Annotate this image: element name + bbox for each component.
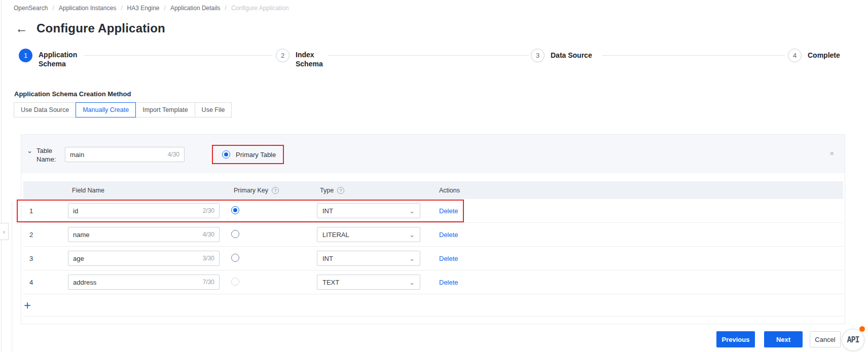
table-schema-panel: ⌄ Table Name: main 4/30 Primary Table × …	[21, 134, 845, 324]
chevron-down-icon: ⌄	[409, 207, 415, 215]
type-select[interactable]: INT ⌄	[317, 251, 420, 266]
step-4-label: Complete	[808, 49, 840, 62]
breadcrumb-configure-application: Configure Application	[231, 5, 288, 12]
type-value: INT	[322, 207, 333, 215]
field-name-value: age	[73, 255, 84, 262]
page-left-border	[1, 0, 2, 352]
back-arrow-icon[interactable]: ←	[15, 22, 28, 35]
page-header: ← Configure Application	[15, 21, 165, 35]
tab-import-template[interactable]: Import Template	[135, 102, 195, 118]
step-application-schema: 1 Application Schema	[19, 49, 87, 68]
primary-key-radio[interactable]	[231, 230, 239, 238]
primary-table-radio[interactable]	[222, 150, 230, 159]
table-row: 4 address 7/30 TEXT ⌄ Delete	[23, 270, 843, 294]
tab-manually-create[interactable]: Manually Create	[76, 102, 136, 118]
breadcrumb: OpenSearch / Application Instances / HA3…	[14, 5, 288, 12]
column-primary-key-label: Primary Key	[234, 187, 268, 194]
breadcrumb-ha3-engine[interactable]: HA3 Engine	[127, 5, 159, 12]
sidebar-splitter	[12, 202, 12, 352]
help-icon[interactable]: ?	[337, 187, 344, 194]
table-name-value: main	[70, 151, 84, 159]
delete-link[interactable]: Delete	[439, 255, 458, 262]
type-select[interactable]: INT ⌄	[317, 203, 420, 218]
field-counter: 3/30	[203, 255, 214, 262]
field-name-input[interactable]: name 4/30	[68, 227, 220, 242]
primary-key-radio	[231, 278, 239, 286]
next-button[interactable]: Next	[764, 331, 803, 347]
breadcrumb-separator: /	[52, 5, 54, 12]
table-row: 3 age 3/30 INT ⌄ Delete	[23, 247, 843, 270]
type-value: TEXT	[322, 279, 339, 286]
step-complete: 4 Complete	[788, 49, 840, 62]
step-data-source: 3 Data Source	[531, 49, 592, 62]
table-name-input[interactable]: main 4/30	[65, 147, 185, 162]
step-3-circle: 3	[531, 49, 545, 62]
type-value: INT	[322, 255, 333, 262]
step-2-circle: 2	[276, 49, 290, 62]
tab-use-data-source[interactable]: Use Data Source	[14, 102, 76, 118]
chevron-down-icon[interactable]: ⌄	[27, 147, 32, 154]
previous-button[interactable]: Previous	[716, 331, 755, 347]
api-notification-dot	[859, 326, 865, 332]
table-panel-header: ⌄ Table Name: main 4/30 Primary Table ×	[21, 135, 845, 173]
column-type-label: Type	[320, 187, 334, 194]
row-index: 3	[23, 255, 68, 262]
delete-link[interactable]: Delete	[439, 231, 458, 239]
step-1-label: Application Schema	[39, 50, 87, 68]
fields-table-header: Field Name Primary Key ? Type ? Actions	[23, 181, 843, 199]
table-row: 1 id 2/30 INT ⌄ Delete	[23, 199, 843, 223]
table-name-label: Table Name:	[37, 146, 61, 164]
add-field-button[interactable]: +	[23, 299, 31, 311]
field-name-value: name	[73, 231, 90, 239]
help-icon[interactable]: ?	[272, 187, 279, 194]
breadcrumb-application-details[interactable]: Application Details	[170, 5, 221, 12]
close-icon[interactable]: ×	[829, 149, 834, 158]
field-counter: 2/30	[203, 207, 214, 214]
field-name-value: id	[73, 207, 78, 215]
delete-link[interactable]: Delete	[439, 207, 458, 215]
step-connector	[84, 55, 272, 56]
row-index: 2	[23, 231, 68, 239]
tab-use-file[interactable]: Use File	[195, 102, 232, 118]
add-field-row: +	[23, 294, 843, 317]
field-name-input[interactable]: age 3/30	[68, 251, 220, 266]
step-4-circle: 4	[788, 49, 802, 62]
breadcrumb-application-instances[interactable]: Application Instances	[59, 5, 116, 12]
delete-link[interactable]: Delete	[439, 279, 458, 286]
fields-table: Field Name Primary Key ? Type ? Actions …	[23, 181, 843, 317]
primary-key-radio[interactable]	[231, 206, 239, 214]
page-title: Configure Application	[37, 21, 165, 35]
field-name-input[interactable]: address 7/30	[68, 275, 220, 290]
step-3-label: Data Source	[551, 49, 592, 62]
table-name-counter: 4/30	[168, 151, 179, 158]
breadcrumb-separator: /	[164, 5, 166, 12]
type-value: LITERAL	[322, 231, 349, 239]
table-row: 2 name 4/30 LITERAL ⌄ Delete	[23, 223, 843, 247]
column-type: Type ?	[317, 187, 439, 194]
breadcrumb-opensearch[interactable]: OpenSearch	[14, 5, 48, 12]
column-field-name: Field Name	[68, 187, 231, 194]
type-select[interactable]: LITERAL ⌄	[317, 227, 420, 242]
chevron-down-icon: ⌄	[409, 255, 415, 262]
chevron-left-icon: ‹	[3, 228, 5, 236]
field-counter: 7/30	[203, 279, 214, 286]
primary-table-label: Primary Table	[236, 151, 276, 159]
column-primary-key: Primary Key ?	[231, 187, 317, 194]
breadcrumb-separator: /	[225, 5, 227, 12]
creation-method-label: Application Schema Creation Method	[14, 90, 131, 98]
sidebar-collapse-handle[interactable]: ‹	[0, 223, 9, 240]
chevron-down-icon: ⌄	[409, 279, 415, 286]
field-name-input[interactable]: id 2/30	[68, 203, 220, 218]
column-actions: Actions	[439, 187, 843, 194]
creation-method-tabs: Use Data Source Manually Create Import T…	[14, 102, 232, 118]
row-index: 4	[23, 279, 68, 286]
primary-key-radio[interactable]	[231, 254, 239, 262]
step-index-schema: 2 Index Schema	[276, 49, 326, 68]
type-select[interactable]: TEXT ⌄	[317, 275, 420, 290]
chevron-down-icon: ⌄	[409, 231, 415, 239]
field-name-value: address	[73, 279, 96, 286]
field-counter: 4/30	[203, 231, 214, 238]
api-widget-button[interactable]: API	[842, 329, 864, 351]
step-connector	[329, 55, 529, 56]
cancel-button[interactable]: Cancel	[810, 331, 841, 347]
